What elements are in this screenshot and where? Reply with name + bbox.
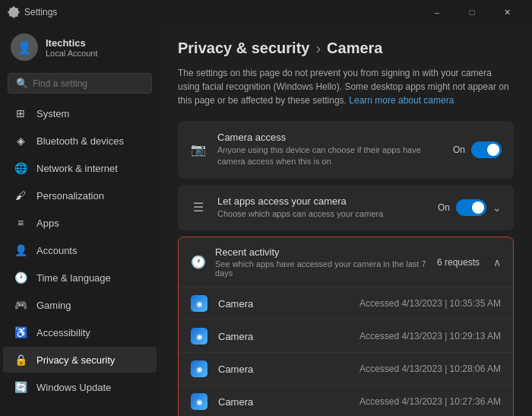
sidebar-item-time[interactable]: 🕐 Time & language (3, 265, 157, 291)
let-apps-row: ☰ Let apps access your camera Choose whi… (178, 185, 514, 230)
app-icon-0 (191, 295, 207, 312)
camera-access-card: 📷 Camera access Anyone using this device… (178, 121, 514, 179)
let-apps-chevron[interactable]: ⌄ (492, 202, 502, 214)
search-icon: 🔍 (16, 78, 28, 89)
sidebar-item-label: Accessibility (36, 327, 90, 338)
window-controls: – □ ✕ (420, 0, 524, 24)
breadcrumb-parent[interactable]: Privacy & security (178, 40, 309, 57)
activity-chevron[interactable]: ∧ (493, 256, 501, 268)
app-name-2: Camera (218, 364, 349, 375)
app-icon-2 (191, 360, 207, 377)
title-bar: Settings – □ ✕ (0, 0, 532, 24)
gaming-icon: 🎮 (14, 298, 27, 312)
settings-window-icon (8, 6, 20, 18)
let-apps-toggle[interactable] (456, 199, 486, 216)
sidebar-item-accessibility[interactable]: ♿ Accessibility (3, 319, 157, 345)
sidebar-item-system[interactable]: ⊞ System (3, 100, 157, 126)
sidebar-item-label: Apps (36, 218, 59, 229)
sidebar: 👤 Itechtics Local Account 🔍 ⊞ System ◈ B… (0, 24, 160, 416)
camera-access-status: On (453, 144, 465, 155)
app-time-2: Accessed 4/13/2023 | 10:28:06 AM (359, 364, 501, 374)
recent-activity-card: 🕐 Recent activity See which apps have ac… (178, 237, 514, 416)
page-description: The settings on this page do not prevent… (178, 66, 514, 107)
sidebar-item-label: Time & language (36, 272, 111, 284)
search-box[interactable]: 🔍 (8, 73, 152, 94)
window-title: Settings (24, 7, 420, 17)
settings-window: Settings – □ ✕ 👤 Itechtics Local Account… (0, 0, 532, 416)
camera-access-sublabel: Anyone using this device can choose if t… (217, 144, 442, 168)
accessibility-icon: ♿ (14, 325, 27, 339)
let-apps-label: Let apps access your camera (217, 195, 427, 207)
activity-icon: 🕐 (191, 255, 206, 269)
app-icon-1 (191, 328, 207, 345)
sidebar-item-label: Network & internet (36, 163, 118, 174)
activity-item-2: Camera Accessed 4/13/2023 | 10:28:06 AM (179, 352, 513, 385)
activity-item-0: Camera Accessed 4/13/2023 | 10:35:35 AM (179, 287, 513, 319)
learn-more-link[interactable]: Learn more about camera (349, 95, 454, 106)
apps-icon: ≡ (14, 216, 27, 230)
camera-access-label: Camera access (217, 132, 442, 143)
user-name: Itechtics (46, 37, 98, 49)
camera-access-toggle[interactable] (471, 141, 502, 158)
sidebar-item-network[interactable]: 🌐 Network & internet (3, 155, 157, 181)
sidebar-item-label: Accounts (36, 245, 77, 256)
sidebar-item-accounts[interactable]: 👤 Accounts (3, 237, 157, 263)
let-apps-status: On (438, 202, 450, 213)
privacy-icon: 🔒 (14, 353, 27, 367)
activity-subtitle: See which apps have accessed your camera… (215, 259, 428, 278)
bluetooth-icon: ◈ (14, 134, 27, 148)
sidebar-item-apps[interactable]: ≡ Apps (3, 210, 157, 236)
activity-count: 6 requests (437, 257, 480, 268)
sidebar-item-update[interactable]: 🔄 Windows Update (3, 374, 157, 400)
sidebar-item-personalization[interactable]: 🖌 Personalization (3, 183, 157, 208)
app-time-0: Accessed 4/13/2023 | 10:35:35 AM (359, 298, 501, 309)
window-content: 👤 Itechtics Local Account 🔍 ⊞ System ◈ B… (0, 24, 532, 416)
breadcrumb: Privacy & security › Camera (178, 40, 514, 57)
update-icon: 🔄 (14, 380, 27, 394)
activity-item-3: Camera Accessed 4/13/2023 | 10:27:36 AM (179, 385, 513, 416)
app-name-3: Camera (218, 396, 349, 408)
avatar: 👤 (11, 33, 38, 61)
sidebar-item-bluetooth[interactable]: ◈ Bluetooth & devices (3, 128, 157, 154)
app-name-1: Camera (218, 331, 349, 342)
activity-title: Recent activity (215, 246, 428, 258)
sidebar-item-label: Bluetooth & devices (36, 135, 124, 147)
sidebar-item-gaming[interactable]: 🎮 Gaming (3, 292, 157, 318)
accounts-icon: 👤 (14, 243, 27, 257)
app-name-0: Camera (218, 298, 349, 310)
let-apps-card: ☰ Let apps access your camera Choose whi… (178, 185, 514, 230)
breadcrumb-current: Camera (327, 40, 382, 57)
sidebar-item-privacy[interactable]: 🔒 Privacy & security (3, 347, 157, 373)
sidebar-item-label: Windows Update (36, 382, 111, 393)
camera-icon: 📷 (190, 141, 207, 158)
user-role: Local Account (46, 49, 98, 58)
breadcrumb-separator: › (315, 40, 321, 57)
personalization-icon: 🖌 (14, 189, 27, 202)
app-icon-3 (191, 393, 207, 410)
sidebar-item-label: Privacy & security (36, 354, 115, 366)
sidebar-item-label: System (36, 108, 69, 119)
camera-access-row: 📷 Camera access Anyone using this device… (178, 121, 514, 179)
network-icon: 🌐 (14, 161, 27, 175)
activity-item-1: Camera Accessed 4/13/2023 | 10:29:13 AM (179, 319, 513, 352)
main-content: Privacy & security › Camera The settings… (160, 24, 532, 416)
maximize-button[interactable]: □ (454, 0, 489, 24)
sidebar-item-label: Gaming (36, 300, 71, 311)
app-time-3: Accessed 4/13/2023 | 10:27:36 AM (359, 396, 501, 407)
activity-header: 🕐 Recent activity See which apps have ac… (179, 237, 513, 287)
search-input[interactable] (33, 78, 147, 89)
let-apps-sublabel: Choose which apps can access your camera (217, 208, 427, 220)
system-icon: ⊞ (14, 106, 27, 120)
user-section: 👤 Itechtics Local Account (0, 24, 160, 70)
apps-access-icon: ☰ (190, 199, 207, 216)
sidebar-item-label: Personalization (36, 190, 104, 202)
time-icon: 🕐 (14, 271, 27, 284)
app-time-1: Accessed 4/13/2023 | 10:29:13 AM (359, 331, 501, 341)
close-button[interactable]: ✕ (489, 0, 524, 24)
minimize-button[interactable]: – (420, 0, 454, 24)
